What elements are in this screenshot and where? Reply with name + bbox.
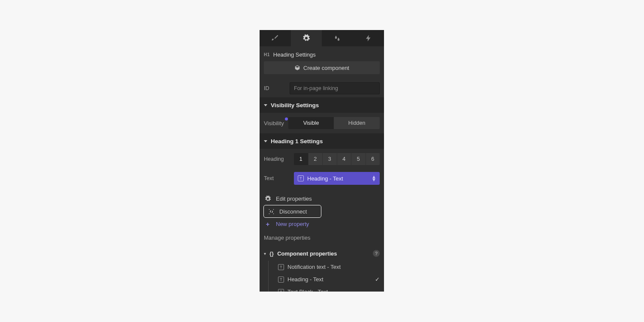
heading-level-row: Heading 1 2 3 4 5 6	[260, 149, 384, 169]
tab-interactions[interactable]	[353, 30, 384, 46]
heading-level-label: Heading	[264, 156, 290, 162]
panel-tabs	[260, 30, 384, 46]
text-binding-value: Heading - Text	[307, 175, 343, 182]
new-property-label: New property	[276, 221, 309, 227]
heading-level-5[interactable]: 5	[351, 153, 366, 165]
component-property-item[interactable]: T Notification text - Text	[278, 261, 384, 273]
tab-settings[interactable]	[291, 30, 322, 46]
plus-icon: +	[264, 220, 272, 228]
edit-properties-label: Edit properties	[276, 196, 312, 202]
cube-icon	[294, 65, 300, 71]
create-component-button[interactable]: Create component	[264, 61, 380, 74]
edit-properties-item[interactable]: Edit properties	[264, 193, 384, 205]
text-type-icon: T	[278, 264, 284, 270]
component-properties-list: T Notification text - Text T Heading - T…	[268, 261, 384, 292]
component-property-label: Notification text - Text	[287, 264, 341, 270]
visibility-option-hidden[interactable]: Hidden	[334, 117, 380, 129]
component-property-item[interactable]: T Text Block - Text	[278, 286, 384, 292]
text-binding-row: Text T Heading - Text ▲▼	[260, 169, 384, 190]
caret-down-icon: ▾	[264, 251, 266, 256]
visibility-section-title: Visibility Settings	[271, 102, 319, 108]
component-property-label: Heading - Text	[287, 276, 324, 283]
visibility-label: Visibility	[264, 120, 284, 126]
visibility-option-visible[interactable]: Visible	[288, 117, 334, 129]
binding-indicator-dot	[285, 117, 288, 120]
help-icon[interactable]: ?	[373, 250, 380, 257]
id-label: ID	[264, 85, 290, 91]
heading1-section-header[interactable]: Heading 1 Settings	[260, 133, 384, 149]
id-input[interactable]	[290, 82, 380, 94]
heading1-section-title: Heading 1 Settings	[271, 138, 323, 144]
heading-level-2[interactable]: 2	[308, 153, 323, 165]
create-component-label: Create component	[303, 65, 349, 71]
element-tag: H1	[264, 52, 270, 57]
property-context-menu: Edit properties Disconnect + New propert…	[260, 190, 384, 233]
visibility-section-header[interactable]: Visibility Settings	[260, 97, 384, 113]
panel-header: H1 Heading Settings	[260, 46, 384, 61]
id-row: ID	[260, 79, 384, 97]
text-binding-chip[interactable]: T Heading - Text ▲▼	[294, 172, 380, 185]
text-label: Text	[264, 175, 290, 181]
text-type-icon: T	[278, 277, 284, 283]
gear-icon	[264, 196, 272, 202]
panel-title: Heading Settings	[273, 51, 316, 58]
text-type-icon: T	[298, 175, 304, 181]
tab-effects[interactable]	[322, 30, 353, 46]
disconnect-label: Disconnect	[279, 208, 307, 215]
text-type-icon: T	[278, 289, 284, 292]
component-property-item[interactable]: T Heading - Text ✓	[278, 273, 384, 286]
braces-icon: {}	[269, 250, 274, 257]
visibility-toggle: Visible Hidden	[288, 117, 380, 129]
tab-style[interactable]	[260, 30, 291, 46]
check-icon: ✓	[375, 276, 380, 283]
caret-down-icon	[264, 104, 267, 106]
visibility-row: Visibility Visible Hidden	[260, 113, 384, 133]
component-property-label: Text Block - Text	[287, 289, 328, 292]
manage-properties-label: Manage properties	[260, 233, 384, 246]
stepper-arrows-icon: ▲▼	[372, 175, 376, 181]
brush-icon	[271, 34, 279, 42]
new-property-item[interactable]: + New property	[264, 218, 384, 230]
component-properties-title: Component properties	[277, 250, 337, 257]
heading-level-6[interactable]: 6	[366, 153, 380, 165]
unlink-icon	[267, 208, 275, 215]
drops-icon	[333, 34, 341, 42]
gear-icon	[302, 34, 310, 42]
disconnect-item[interactable]: Disconnect	[263, 205, 321, 218]
heading-level-3[interactable]: 3	[323, 153, 337, 165]
bolt-icon	[365, 34, 372, 42]
component-properties-header[interactable]: ▾ {} Component properties ?	[260, 246, 384, 261]
heading-level-1[interactable]: 1	[294, 153, 308, 165]
settings-panel: H1 Heading Settings Create component ID …	[260, 30, 384, 292]
caret-down-icon	[264, 140, 267, 142]
heading-level-group: 1 2 3 4 5 6	[294, 153, 380, 165]
heading-level-4[interactable]: 4	[337, 153, 352, 165]
